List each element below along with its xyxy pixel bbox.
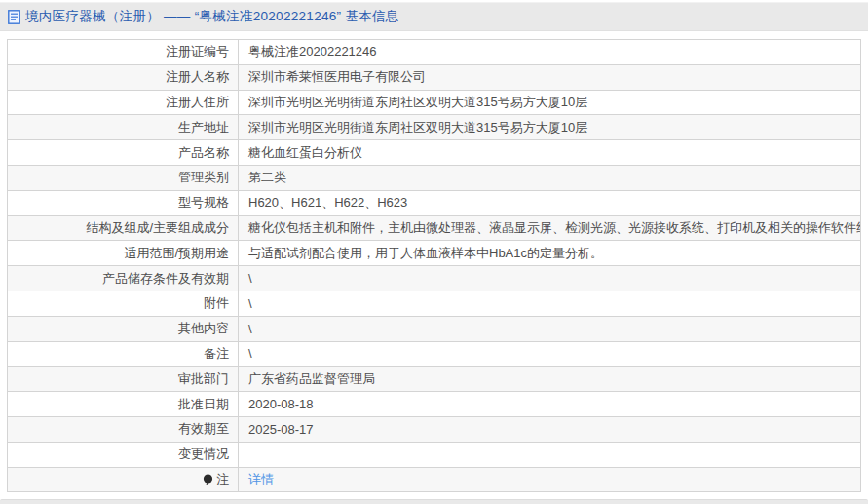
row-label: 管理类别 [8,165,239,190]
row-label-text: 批准日期 [178,396,229,413]
registration-info-panel: 注册证编号粤械注准20202221246注册人名称深圳市希莱恒医用电子有限公司注… [7,39,861,492]
row-label: 附件 [8,291,239,316]
table-row: 适用范围/预期用途与适配试剂配合使用，用于人体血液样本中HbA1c的定量分析。 [8,241,861,266]
row-label-text: 型号规格 [178,194,229,212]
row-label: 审批部门 [8,367,239,392]
row-label: 注册证编号 [8,40,239,65]
row-value-text: \ [248,322,252,336]
row-value: 深圳市光明区光明街道东周社区双明大道315号易方大厦10层 [239,115,861,140]
row-label: 产品储存条件及有效期 [8,266,239,291]
table-row: 结构及组成/主要组成成分糖化仪包括主机和附件，主机由微处理器、液晶显示屏、检测光… [8,215,861,241]
table-row: 注册人名称深圳市希莱恒医用电子有限公司 [8,64,861,90]
row-label: 其他内容 [8,316,239,341]
row-value: 详情 [239,467,861,492]
row-value: \ [239,291,861,316]
row-label-text: 注册人名称 [166,68,229,86]
table-row: 注册人住所深圳市光明区光明街道东周社区双明大道315号易方大厦10层 [8,90,861,115]
row-label: 适用范围/预期用途 [8,241,239,266]
row-label-text: 其他内容 [178,320,229,337]
row-label-text: 生产地址 [178,119,229,136]
row-value: 糖化血红蛋白分析仪 [239,140,861,166]
row-label-text: 适用范围/预期用途 [124,245,229,262]
row-label: 备注 [8,341,239,367]
table-row: 注册证编号粤械注准20202221246 [8,40,861,65]
table-row: 管理类别第二类 [8,165,861,190]
row-value: 2020-08-18 [239,392,861,417]
page-header: 境内医疗器械（注册） —— “粤械注准20202221246” 基本信息 [0,2,868,31]
row-label-text: 管理类别 [178,169,229,186]
row-label: 产品名称 [8,140,239,166]
row-label-text: 结构及组成/主要组成成分 [86,219,229,237]
row-label: 变更情况 [8,442,239,467]
table-row: 备注\ [8,341,861,367]
table-row: 变更情况 [8,442,861,467]
row-value: H620、H621、H622、H623 [239,190,861,215]
row-label: 结构及组成/主要组成成分 [8,215,239,241]
detail-link[interactable]: 详情 [248,472,274,486]
table-row: 产品储存条件及有效期\ [8,266,861,291]
row-value-text: 糖化血红蛋白分析仪 [248,145,362,160]
row-value: 2025-08-17 [239,416,861,442]
row-value-text: 2025-08-17 [248,422,314,437]
row-value-text: \ [248,346,252,361]
row-label: 注册人住所 [8,90,239,115]
row-value-text: H620、H621、H622、H623 [248,195,407,210]
table-row: 产品名称糖化血红蛋白分析仪 [8,140,861,166]
row-value-text: 深圳市光明区光明街道东周社区双明大道315号易方大厦10层 [248,95,587,109]
row-value: \ [239,266,861,291]
row-label-text: 产品名称 [178,144,229,162]
table-row: 附件\ [8,291,861,316]
row-value-text: 糖化仪包括主机和附件，主机由微处理器、液晶显示屏、检测光源、光源接收系统、打印机… [248,220,861,235]
row-label-text: 审批部门 [178,370,229,388]
table-row: 审批部门广东省药品监督管理局 [8,367,861,392]
row-label-text: 注册证编号 [166,43,229,60]
page-title: 境内医疗器械（注册） —— “粤械注准20202221246” 基本信息 [25,8,399,25]
registration-info-table: 注册证编号粤械注准20202221246注册人名称深圳市希莱恒医用电子有限公司注… [7,39,861,492]
row-value-text: 深圳市希莱恒医用电子有限公司 [248,69,426,84]
row-value: 粤械注准20202221246 [239,40,861,65]
row-value: 第二类 [239,165,861,190]
row-label-text: 注册人住所 [166,94,229,111]
row-value-text: 广东省药品监督管理局 [248,371,375,386]
document-icon [8,10,20,24]
row-value: 与适配试剂配合使用，用于人体血液样本中HbA1c的定量分析。 [239,241,861,266]
row-value-text: \ [248,271,252,286]
note-icon [203,474,213,485]
row-value-text: 第二类 [248,170,286,184]
row-label-text: 附件 [204,294,229,312]
row-label-text: 有效期至 [178,420,229,438]
row-value: 广东省药品监督管理局 [239,367,861,392]
table-row: 有效期至2025-08-17 [8,416,861,442]
table-row: 型号规格H620、H621、H622、H623 [8,190,861,215]
table-row: 批准日期2020-08-18 [8,392,861,417]
row-value-text: 2020-08-18 [248,397,314,411]
row-value: \ [239,341,861,367]
row-label-text: 产品储存条件及有效期 [102,270,229,288]
next-section-band [0,499,868,504]
row-value-text: 深圳市光明区光明街道东周社区双明大道315号易方大厦10层 [248,120,587,135]
row-value-text: \ [248,296,252,311]
row-value-text: 与适配试剂配合使用，用于人体血液样本中HbA1c的定量分析。 [248,246,603,260]
row-value: \ [239,316,861,341]
row-label: 生产地址 [8,115,239,140]
row-label: 有效期至 [8,416,239,442]
table-row: 注详情 [8,467,861,492]
row-label-text: 注 [216,471,229,488]
row-label: 注册人名称 [8,64,239,90]
table-row: 其他内容\ [8,316,861,341]
row-label: 型号规格 [8,190,239,215]
row-value: 深圳市光明区光明街道东周社区双明大道315号易方大厦10层 [239,90,861,115]
table-row: 生产地址深圳市光明区光明街道东周社区双明大道315号易方大厦10层 [8,115,861,140]
row-label: 注 [8,467,239,492]
row-label-text: 变更情况 [178,446,229,463]
row-value [239,442,861,467]
row-value-text: 粤械注准20202221246 [248,44,377,58]
row-value: 深圳市希莱恒医用电子有限公司 [239,64,861,90]
row-label-text: 备注 [204,345,229,363]
row-label: 批准日期 [8,392,239,417]
row-value: 糖化仪包括主机和附件，主机由微处理器、液晶显示屏、检测光源、光源接收系统、打印机… [239,215,861,241]
